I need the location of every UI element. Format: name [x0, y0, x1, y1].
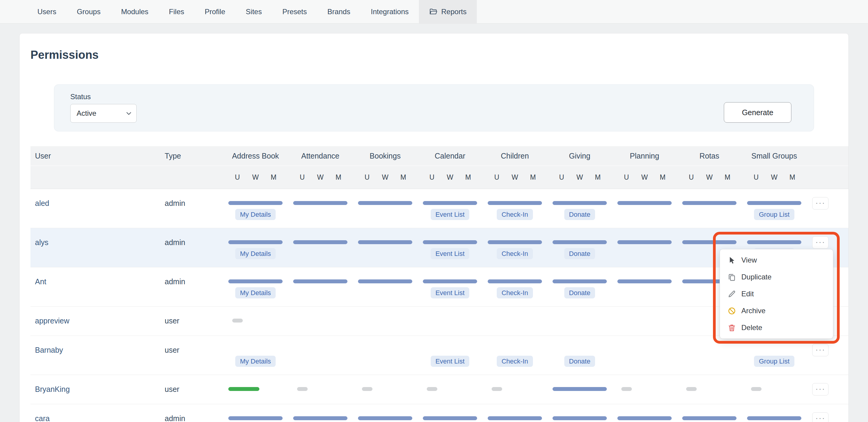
permission-cell: Check-In	[488, 228, 553, 267]
nav-item-presets[interactable]: Presets	[272, 0, 317, 23]
permission-bar	[293, 416, 347, 420]
permission-bar	[358, 280, 412, 283]
permission-cell	[293, 336, 358, 375]
user-name[interactable]: appreview	[35, 306, 69, 325]
col-header-giving: Giving	[553, 152, 617, 160]
permission-badge[interactable]: Group List	[754, 356, 795, 367]
permission-badge[interactable]: Donate	[564, 248, 595, 259]
permission-cell: Event List	[423, 189, 488, 228]
nav-item-sites[interactable]: Sites	[236, 0, 272, 23]
permission-cell: Event List	[423, 228, 488, 267]
permission-cell: My Details	[228, 267, 293, 306]
main-card: Permissions Status Active Generate UserT…	[19, 33, 849, 422]
permission-badge[interactable]: My Details	[235, 287, 276, 298]
row-actions-button[interactable]: ···	[812, 412, 829, 422]
permission-badge[interactable]: Donate	[564, 356, 595, 367]
permission-badge[interactable]: Event List	[431, 356, 470, 367]
row-actions-button[interactable]: ···	[812, 383, 829, 395]
subcol-w: W	[765, 173, 783, 182]
permission-badge[interactable]: Group List	[754, 209, 795, 220]
permission-badge[interactable]: My Details	[235, 248, 276, 259]
permission-bar	[362, 387, 372, 391]
permission-bar	[686, 387, 697, 391]
subcol-w: W	[700, 173, 718, 182]
menu-item-archive[interactable]: Archive	[720, 302, 833, 319]
permission-cell: Donate	[553, 189, 617, 228]
permission-cell: Check-In	[488, 336, 553, 375]
subcol-w: W	[246, 173, 265, 182]
row-actions-button[interactable]: ···	[812, 344, 829, 356]
permission-cell	[358, 375, 423, 404]
col-header-small-groups: Small Groups	[747, 152, 812, 160]
user-name[interactable]: aled	[35, 189, 49, 208]
permission-cell: Donate	[553, 267, 617, 306]
chevron-down-icon	[125, 109, 133, 117]
permission-badge[interactable]: Check-In	[497, 248, 533, 259]
copy-icon	[727, 273, 736, 282]
permission-bar	[423, 416, 477, 420]
menu-item-edit[interactable]: Edit	[720, 286, 833, 302]
permission-bar	[682, 416, 737, 420]
nav-item-label: Presets	[282, 7, 307, 16]
permission-badge[interactable]: My Details	[235, 356, 276, 367]
user-type: admin	[165, 267, 185, 286]
user-name[interactable]: BryanKing	[35, 375, 70, 394]
permission-badge[interactable]: Check-In	[497, 356, 533, 367]
permission-badge[interactable]: Donate	[564, 287, 595, 298]
user-type: user	[165, 306, 180, 325]
table-subheader-row: UWMUWMUWMUWMUWMUWMUWMUWMUWM	[30, 166, 848, 189]
subcol-u: U	[488, 173, 506, 182]
permission-badge[interactable]: Check-In	[497, 287, 533, 298]
permission-badge[interactable]: Event List	[431, 209, 470, 220]
permission-bar	[682, 201, 737, 205]
user-name[interactable]: cara	[35, 404, 50, 422]
nav-item-reports[interactable]: Reports	[419, 0, 477, 23]
permission-cell	[488, 306, 553, 335]
permission-cell: Event List	[423, 267, 488, 306]
nav-item-modules[interactable]: Modules	[111, 0, 159, 23]
subcol-w: W	[441, 173, 459, 182]
status-select[interactable]: Active	[70, 104, 136, 123]
nav-item-groups[interactable]: Groups	[67, 0, 111, 23]
permission-badge[interactable]: Check-In	[497, 209, 533, 220]
nav-item-brands[interactable]: Brands	[317, 0, 361, 23]
menu-item-delete[interactable]: Delete	[720, 319, 833, 336]
nav-item-users[interactable]: Users	[27, 0, 67, 23]
nav-item-label: Integrations	[371, 7, 409, 16]
permission-badge[interactable]: My Details	[235, 209, 276, 220]
permission-cell: Event List	[423, 336, 488, 375]
permission-bar	[488, 201, 542, 205]
permission-badge[interactable]: Donate	[564, 209, 595, 220]
permission-cell	[617, 404, 682, 422]
subcol-u: U	[293, 173, 311, 182]
permission-cell	[682, 404, 747, 422]
user-type: admin	[165, 228, 185, 247]
permission-bar	[423, 240, 477, 244]
nav-item-integrations[interactable]: Integrations	[361, 0, 419, 23]
permission-badge[interactable]: Event List	[431, 287, 470, 298]
permission-bar	[293, 240, 347, 244]
permission-cell: Donate	[553, 336, 617, 375]
user-name[interactable]: Ant	[35, 267, 46, 286]
permission-badge[interactable]: Event List	[431, 248, 470, 259]
permission-cell: My Details	[228, 404, 293, 422]
generate-button[interactable]: Generate	[724, 102, 792, 123]
table-header-row: UserTypeAddress BookAttendanceBookingsCa…	[30, 146, 848, 166]
permission-bar	[617, 201, 672, 205]
permission-cell	[358, 306, 423, 335]
permission-bar	[617, 280, 672, 283]
row-actions-button[interactable]: ···	[812, 236, 829, 249]
nav-item-profile[interactable]: Profile	[194, 0, 236, 23]
row-actions-button[interactable]: ···	[812, 197, 829, 209]
menu-item-view[interactable]: View	[720, 252, 833, 268]
trash-icon	[727, 323, 736, 332]
user-name[interactable]: Barnaby	[35, 336, 63, 355]
permission-cell	[617, 228, 682, 267]
permission-cell	[293, 375, 358, 404]
menu-item-duplicate[interactable]: Duplicate	[720, 268, 833, 286]
permission-bar	[297, 387, 308, 391]
user-name[interactable]: alys	[35, 228, 48, 247]
nav-item-files[interactable]: Files	[159, 0, 194, 23]
subcol-w: W	[636, 173, 654, 182]
permission-cell	[293, 306, 358, 335]
